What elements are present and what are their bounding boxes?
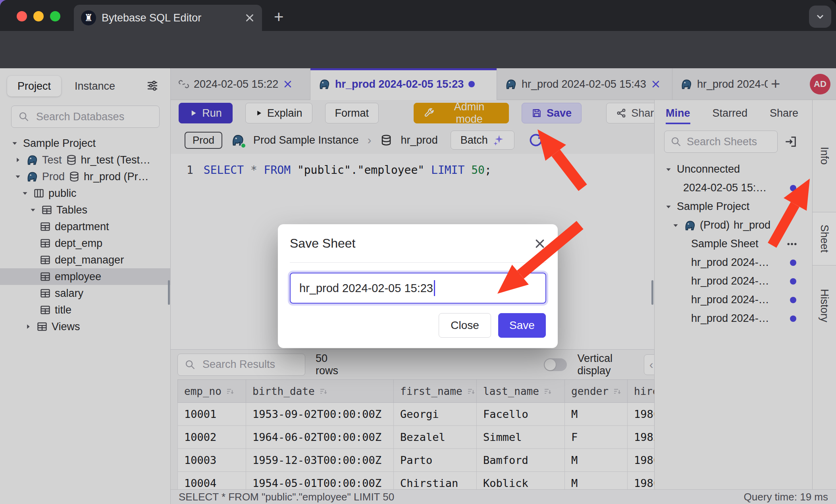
- browser-tab-title: Bytebase SQL Editor: [102, 12, 239, 24]
- dialog-title: Save Sheet: [290, 236, 355, 251]
- close-label: Close: [451, 319, 479, 332]
- close-dialog-icon[interactable]: [534, 238, 546, 250]
- minimize-window-button[interactable]: [33, 11, 44, 21]
- browser-tab-strip: ♜ Bytebase SQL Editor +: [0, 0, 836, 31]
- browser-toolbar: localhost:8080/sql-editor/prod-sample-in…: [0, 31, 836, 68]
- save-label: Save: [509, 319, 535, 332]
- new-tab-button[interactable]: +: [274, 9, 284, 25]
- close-window-button[interactable]: [17, 11, 27, 21]
- bytebase-favicon-icon: ♜: [81, 10, 96, 25]
- browser-window: ♜ Bytebase SQL Editor + localhost:8080/s…: [0, 0, 836, 504]
- dialog-divider: [290, 262, 546, 263]
- browser-tab[interactable]: ♜ Bytebase SQL Editor: [74, 5, 262, 31]
- maximize-window-button[interactable]: [50, 11, 60, 21]
- sheet-title-value: hr_prod 2024-02-05 15:23: [299, 282, 433, 295]
- dialog-save-button[interactable]: Save: [498, 313, 546, 338]
- text-caret: [434, 280, 435, 296]
- chevron-down-icon: [815, 11, 826, 22]
- tab-search-button[interactable]: [809, 6, 831, 28]
- dialog-close-button[interactable]: Close: [439, 313, 491, 338]
- save-sheet-dialog: Save Sheet hr_prod 2024-02-05 15:23 Clos…: [278, 224, 558, 348]
- sheet-title-input[interactable]: hr_prod 2024-02-05 15:23: [290, 273, 546, 304]
- close-tab-icon[interactable]: [245, 13, 255, 23]
